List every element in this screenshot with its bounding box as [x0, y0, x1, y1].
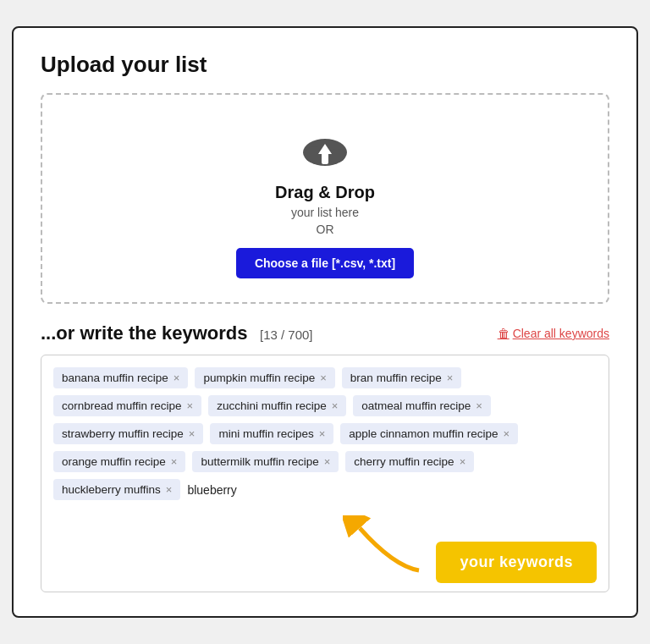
- cloud-upload-icon: [298, 125, 352, 174]
- page-title: Upload your list: [41, 52, 609, 78]
- drag-drop-title: Drag & Drop: [59, 183, 591, 202]
- tag-remove-icon[interactable]: ×: [503, 427, 510, 440]
- keywords-box[interactable]: banana muffin recipe×pumpkin muffin reci…: [41, 355, 609, 592]
- tag-label: apple cinnamon muffin recipe: [349, 427, 498, 440]
- trash-icon: 🗑: [498, 327, 510, 340]
- tag-item: oatmeal muffin recipe×: [353, 395, 490, 416]
- tag-label: zucchini muffin recipe: [217, 399, 327, 412]
- tag-remove-icon[interactable]: ×: [460, 455, 466, 468]
- clear-all-label: Clear all keywords: [513, 327, 609, 340]
- tag-label: pumpkin muffin recipe: [203, 372, 315, 384]
- tag-label: buttermilk muffin recipe: [201, 455, 318, 468]
- clear-all-button[interactable]: 🗑 Clear all keywords: [498, 327, 609, 340]
- dropzone[interactable]: Drag & Drop your list here OR Choose a f…: [41, 93, 609, 304]
- tag-remove-icon[interactable]: ×: [332, 399, 339, 412]
- tag-remove-icon[interactable]: ×: [187, 399, 194, 412]
- tag-item: mini muffin recipes×: [210, 423, 333, 444]
- keywords-count: [13 / 700]: [260, 328, 313, 342]
- tag-remove-icon[interactable]: ×: [320, 372, 327, 384]
- tag-item: huckleberry muffins×: [53, 479, 180, 500]
- tag-label: banana muffin recipe: [62, 372, 168, 384]
- keywords-header: ...or write the keywords [13 / 700] 🗑 Cl…: [41, 322, 609, 344]
- main-card: Upload your list Drag & Drop your list h…: [12, 26, 638, 618]
- tag-remove-icon[interactable]: ×: [174, 372, 180, 384]
- tag-item: bran muffin recipe×: [342, 367, 461, 388]
- tag-label: cherry muffin recipe: [354, 455, 454, 468]
- arrow-icon: [343, 515, 427, 575]
- drag-drop-or: OR: [59, 223, 591, 236]
- tag-label: mini muffin recipes: [218, 427, 313, 440]
- tag-remove-icon[interactable]: ×: [166, 483, 173, 496]
- tag-item: cornbread muffin recipe×: [53, 395, 201, 416]
- tag-label: oatmeal muffin recipe: [361, 399, 471, 412]
- choose-file-button[interactable]: Choose a file [*.csv, *.txt]: [236, 248, 414, 278]
- tag-item: strawberry muffin recipe×: [53, 423, 203, 444]
- tag-remove-icon[interactable]: ×: [324, 455, 331, 468]
- tag-label: huckleberry muffins: [62, 483, 161, 496]
- your-keywords-button[interactable]: your keywords: [436, 542, 597, 583]
- tag-item: buttermilk muffin recipe×: [192, 451, 339, 472]
- tag-item: apple cinnamon muffin recipe×: [340, 423, 518, 444]
- tag-label: strawberry muffin recipe: [62, 427, 184, 440]
- tag-remove-icon[interactable]: ×: [319, 427, 326, 440]
- svg-point-2: [328, 149, 345, 162]
- tags-area: banana muffin recipe×pumpkin muffin reci…: [53, 367, 597, 500]
- tag-item: pumpkin muffin recipe×: [195, 367, 334, 388]
- tag-label: cornbread muffin recipe: [62, 399, 182, 412]
- tag-item: zucchini muffin recipe×: [208, 395, 346, 416]
- tag-item: cherry muffin recipe×: [345, 451, 474, 472]
- tag-remove-icon[interactable]: ×: [189, 427, 196, 440]
- tag-label: bran muffin recipe: [350, 372, 442, 384]
- tag-label: orange muffin recipe: [62, 455, 166, 468]
- keywords-title-group: ...or write the keywords [13 / 700]: [41, 322, 313, 344]
- keyword-input[interactable]: [187, 483, 335, 497]
- tag-remove-icon[interactable]: ×: [476, 399, 482, 412]
- drag-drop-sub: your list here: [59, 206, 591, 219]
- tag-item: banana muffin recipe×: [53, 367, 188, 388]
- tag-remove-icon[interactable]: ×: [171, 455, 178, 468]
- arrow-label-area: your keywords: [53, 515, 597, 583]
- keywords-title: ...or write the keywords: [41, 322, 248, 344]
- tag-remove-icon[interactable]: ×: [447, 372, 454, 384]
- tag-item: orange muffin recipe×: [53, 451, 185, 472]
